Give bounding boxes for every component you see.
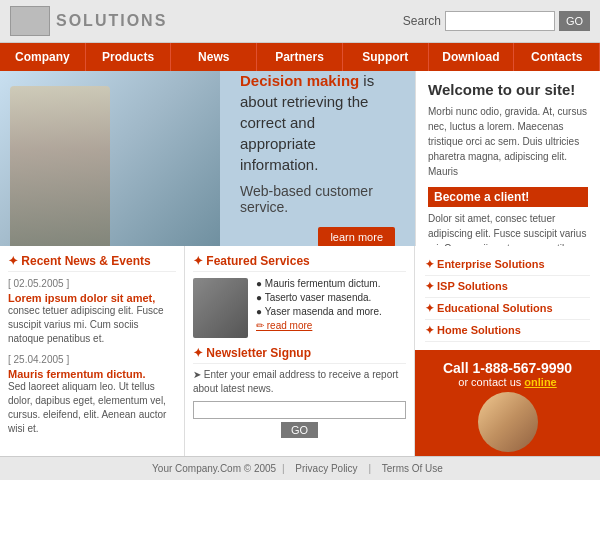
- footer-sep-1: |: [282, 463, 287, 474]
- newsletter-section-title: ✦ Newsletter Signup: [193, 346, 406, 364]
- search-input[interactable]: [445, 11, 555, 31]
- logo-text: SOLUTIONS: [56, 12, 167, 30]
- logo-icon: [10, 6, 50, 36]
- solution-item-4[interactable]: ✦ Home Solutions: [425, 320, 590, 342]
- nav-item-support[interactable]: Support: [343, 43, 429, 71]
- newsletter-text: ➤ Enter your email address to receive a …: [193, 368, 406, 396]
- news-date-1: [ 02.05.2005 ]: [8, 278, 176, 289]
- newsletter-go-button[interactable]: GO: [281, 422, 318, 438]
- solution-item-1[interactable]: ✦ Enterprise Solutions: [425, 254, 590, 276]
- news-body-2: Sed laoreet aliquam leo. Ut tellus dolor…: [8, 380, 176, 436]
- contact-text-label: or contact us: [458, 376, 521, 388]
- news-column: ✦ Recent News & Events [ 02.05.2005 ] Lo…: [0, 246, 185, 456]
- news-date-2: [ 25.04.2005 ]: [8, 354, 176, 365]
- welcome-title: Welcome to our site!: [428, 81, 588, 98]
- page-wrapper: SOLUTIONS Search GO Company Products New…: [0, 0, 600, 550]
- solution-item-2[interactable]: ✦ ISP Solutions: [425, 276, 590, 298]
- middle-column: ✦ Featured Services ● Mauris fermentum d…: [185, 246, 415, 456]
- contact-text: or contact us online: [425, 376, 590, 388]
- nav-item-news[interactable]: News: [171, 43, 257, 71]
- news-headline-2[interactable]: Mauris fermentum dictum.: [8, 368, 176, 380]
- services-box: ● Mauris fermentum dictum. ● Taserto vas…: [193, 278, 406, 338]
- contact-online-link[interactable]: online: [524, 376, 556, 388]
- hero-section: Decision making is about retrieving the …: [0, 71, 600, 246]
- newsletter-email-input[interactable]: [193, 401, 406, 419]
- hero-title: Decision making is about retrieving the …: [240, 71, 395, 175]
- become-client-title: Become a client!: [428, 187, 588, 207]
- nav-bar: Company Products News Partners Support D…: [0, 43, 600, 71]
- news-section-title: ✦ Recent News & Events: [8, 254, 176, 272]
- search-area: Search GO: [403, 11, 590, 31]
- nav-item-download[interactable]: Download: [429, 43, 515, 71]
- hero-subtitle: Web-based customer service.: [240, 183, 395, 215]
- contact-person-image: [478, 392, 538, 452]
- solution-item-3[interactable]: ✦ Educational Solutions: [425, 298, 590, 320]
- nav-item-partners[interactable]: Partners: [257, 43, 343, 71]
- read-more-link[interactable]: ✏ read more: [256, 320, 406, 331]
- search-label: Search: [403, 14, 441, 28]
- hero-person-image: [10, 86, 110, 246]
- services-image: [193, 278, 248, 338]
- nav-item-company[interactable]: Company: [0, 43, 86, 71]
- nav-item-products[interactable]: Products: [86, 43, 172, 71]
- header: SOLUTIONS Search GO: [0, 0, 600, 43]
- become-client-text: Dolor sit amet, consec tetuer adipiscing…: [428, 211, 588, 246]
- services-section-title: ✦ Featured Services: [193, 254, 406, 272]
- footer: Your Company.Com © 2005 | Privacy Policy…: [0, 456, 600, 480]
- news-body-1: consec tetuer adipiscing elit. Fusce sus…: [8, 304, 176, 346]
- service-item-2[interactable]: ● Taserto vaser masenda.: [256, 292, 406, 303]
- main-content-row: ✦ Recent News & Events [ 02.05.2005 ] Lo…: [0, 246, 600, 456]
- hero-content: Decision making is about retrieving the …: [220, 71, 415, 246]
- contact-panel: Call 1-888-567-9990 or contact us online: [415, 350, 600, 456]
- footer-copyright: Your Company.Com © 2005: [152, 463, 276, 474]
- service-item-3[interactable]: ● Yaser masenda and more.: [256, 306, 406, 317]
- news-headline-1[interactable]: Lorem ipsum dolor sit amet,: [8, 292, 176, 304]
- phone-number: Call 1-888-567-9990: [425, 360, 590, 376]
- hero-right-panel: Welcome to our site! Morbi nunc odio, gr…: [415, 71, 600, 246]
- nav-item-contacts[interactable]: Contacts: [514, 43, 600, 71]
- solutions-list: ✦ Enterprise Solutions ✦ ISP Solutions ✦…: [415, 246, 600, 350]
- solutions-column: ✦ Enterprise Solutions ✦ ISP Solutions ✦…: [415, 246, 600, 456]
- hero-title-strong: Decision making: [240, 72, 359, 89]
- logo-area: SOLUTIONS: [10, 6, 167, 36]
- welcome-text: Morbi nunc odio, gravida. At, cursus nec…: [428, 104, 588, 179]
- go-button[interactable]: GO: [559, 11, 590, 31]
- service-item-1[interactable]: ● Mauris fermentum dictum.: [256, 278, 406, 289]
- services-list: ● Mauris fermentum dictum. ● Taserto vas…: [256, 278, 406, 338]
- learn-more-button[interactable]: learn more: [318, 227, 395, 246]
- hero-image: [0, 71, 220, 246]
- footer-terms-link[interactable]: Terms Of Use: [382, 463, 443, 474]
- footer-privacy-link[interactable]: Privacy Policy: [295, 463, 357, 474]
- footer-sep-2: |: [368, 463, 373, 474]
